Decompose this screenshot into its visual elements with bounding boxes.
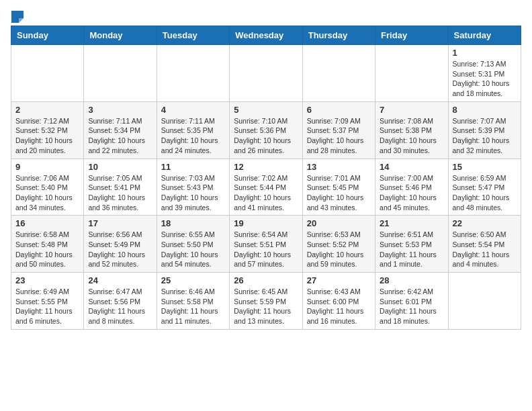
cell-content: Sunrise: 6:47 AM Sunset: 5:56 PM Dayligh… bbox=[88, 287, 152, 326]
calendar-cell bbox=[84, 45, 157, 102]
day-number: 5 bbox=[234, 105, 298, 115]
day-number: 16 bbox=[15, 218, 79, 228]
calendar-cell: 25Sunrise: 6:46 AM Sunset: 5:58 PM Dayli… bbox=[157, 273, 229, 330]
calendar-cell: 5Sunrise: 7:10 AM Sunset: 5:36 PM Daylig… bbox=[230, 101, 302, 158]
calendar-cell: 26Sunrise: 6:45 AM Sunset: 5:59 PM Dayli… bbox=[230, 273, 302, 330]
day-number: 14 bbox=[380, 162, 443, 172]
cell-content: Sunrise: 6:46 AM Sunset: 5:58 PM Dayligh… bbox=[161, 287, 225, 326]
day-number: 22 bbox=[453, 218, 517, 228]
cell-content: Sunrise: 7:07 AM Sunset: 5:39 PM Dayligh… bbox=[453, 116, 517, 156]
day-number: 19 bbox=[234, 218, 298, 228]
calendar-cell: 27Sunrise: 6:43 AM Sunset: 6:00 PM Dayli… bbox=[302, 273, 375, 330]
day-number: 13 bbox=[307, 162, 371, 172]
cell-content: Sunrise: 6:54 AM Sunset: 5:51 PM Dayligh… bbox=[234, 230, 298, 269]
calendar-cell: 3Sunrise: 7:11 AM Sunset: 5:34 PM Daylig… bbox=[84, 101, 157, 158]
calendar-cell: 4Sunrise: 7:11 AM Sunset: 5:35 PM Daylig… bbox=[157, 101, 229, 158]
column-header-thursday: Thursday bbox=[302, 26, 375, 45]
cell-content: Sunrise: 6:58 AM Sunset: 5:48 PM Dayligh… bbox=[15, 230, 79, 269]
cell-content: Sunrise: 7:01 AM Sunset: 5:45 PM Dayligh… bbox=[307, 173, 371, 213]
column-header-sunday: Sunday bbox=[11, 26, 84, 45]
calendar-cell: 14Sunrise: 7:00 AM Sunset: 5:46 PM Dayli… bbox=[375, 158, 448, 216]
calendar-cell: 24Sunrise: 6:47 AM Sunset: 5:56 PM Dayli… bbox=[84, 273, 157, 330]
calendar-cell: 22Sunrise: 6:50 AM Sunset: 5:54 PM Dayli… bbox=[448, 216, 521, 273]
cell-content: Sunrise: 6:49 AM Sunset: 5:55 PM Dayligh… bbox=[15, 287, 79, 326]
calendar-cell: 21Sunrise: 6:51 AM Sunset: 5:53 PM Dayli… bbox=[375, 216, 448, 273]
cell-content: Sunrise: 6:51 AM Sunset: 5:53 PM Dayligh… bbox=[380, 230, 443, 269]
day-number: 11 bbox=[161, 162, 225, 172]
calendar-cell: 23Sunrise: 6:49 AM Sunset: 5:55 PM Dayli… bbox=[11, 273, 84, 330]
column-header-tuesday: Tuesday bbox=[157, 26, 229, 45]
day-number: 8 bbox=[453, 105, 517, 115]
calendar-cell: 11Sunrise: 7:03 AM Sunset: 5:43 PM Dayli… bbox=[157, 158, 229, 216]
day-number: 1 bbox=[453, 48, 517, 58]
calendar-cell: 1Sunrise: 7:13 AM Sunset: 5:31 PM Daylig… bbox=[448, 45, 521, 102]
cell-content: Sunrise: 6:43 AM Sunset: 6:00 PM Dayligh… bbox=[307, 287, 371, 326]
cell-content: Sunrise: 6:59 AM Sunset: 5:47 PM Dayligh… bbox=[453, 173, 517, 213]
calendar-cell bbox=[375, 45, 448, 102]
calendar-cell: 13Sunrise: 7:01 AM Sunset: 5:45 PM Dayli… bbox=[302, 158, 375, 216]
calendar-header-row: SundayMondayTuesdayWednesdayThursdayFrid… bbox=[11, 26, 521, 45]
day-number: 6 bbox=[307, 105, 371, 115]
cell-content: Sunrise: 7:12 AM Sunset: 5:32 PM Dayligh… bbox=[15, 116, 79, 156]
cell-content: Sunrise: 7:10 AM Sunset: 5:36 PM Dayligh… bbox=[234, 116, 298, 156]
calendar-cell: 10Sunrise: 7:05 AM Sunset: 5:41 PM Dayli… bbox=[84, 158, 157, 216]
calendar-cell: 8Sunrise: 7:07 AM Sunset: 5:39 PM Daylig… bbox=[448, 101, 521, 158]
cell-content: Sunrise: 6:56 AM Sunset: 5:49 PM Dayligh… bbox=[88, 230, 152, 269]
calendar-week-row: 23Sunrise: 6:49 AM Sunset: 5:55 PM Dayli… bbox=[11, 273, 521, 330]
cell-content: Sunrise: 7:09 AM Sunset: 5:37 PM Dayligh… bbox=[307, 116, 371, 156]
day-number: 9 bbox=[15, 162, 79, 172]
calendar-cell: 20Sunrise: 6:53 AM Sunset: 5:52 PM Dayli… bbox=[302, 216, 375, 273]
day-number: 28 bbox=[380, 275, 443, 285]
calendar-cell: 6Sunrise: 7:09 AM Sunset: 5:37 PM Daylig… bbox=[302, 101, 375, 158]
calendar-cell: 28Sunrise: 6:42 AM Sunset: 6:01 PM Dayli… bbox=[375, 273, 448, 330]
day-number: 24 bbox=[88, 275, 152, 285]
column-header-saturday: Saturday bbox=[448, 26, 521, 45]
column-header-friday: Friday bbox=[375, 26, 448, 45]
day-number: 3 bbox=[88, 105, 152, 115]
column-header-monday: Monday bbox=[84, 26, 157, 45]
calendar-cell: 7Sunrise: 7:08 AM Sunset: 5:38 PM Daylig… bbox=[375, 101, 448, 158]
day-number: 21 bbox=[380, 218, 443, 228]
calendar-cell: 9Sunrise: 7:06 AM Sunset: 5:40 PM Daylig… bbox=[11, 158, 84, 216]
day-number: 18 bbox=[161, 218, 225, 228]
cell-content: Sunrise: 7:13 AM Sunset: 5:31 PM Dayligh… bbox=[453, 59, 517, 99]
calendar-week-row: 1Sunrise: 7:13 AM Sunset: 5:31 PM Daylig… bbox=[11, 45, 521, 102]
calendar-cell: 18Sunrise: 6:55 AM Sunset: 5:50 PM Dayli… bbox=[157, 216, 229, 273]
day-number: 15 bbox=[453, 162, 517, 172]
calendar-cell bbox=[230, 45, 302, 102]
cell-content: Sunrise: 7:03 AM Sunset: 5:43 PM Dayligh… bbox=[161, 173, 225, 213]
column-header-wednesday: Wednesday bbox=[230, 26, 302, 45]
cell-content: Sunrise: 7:05 AM Sunset: 5:41 PM Dayligh… bbox=[88, 173, 152, 213]
day-number: 4 bbox=[161, 105, 225, 115]
calendar-cell: 2Sunrise: 7:12 AM Sunset: 5:32 PM Daylig… bbox=[11, 101, 84, 158]
calendar-cell: 17Sunrise: 6:56 AM Sunset: 5:49 PM Dayli… bbox=[84, 216, 157, 273]
calendar-cell: 15Sunrise: 6:59 AM Sunset: 5:47 PM Dayli… bbox=[448, 158, 521, 216]
calendar-cell bbox=[302, 45, 375, 102]
svg-marker-1 bbox=[19, 18, 24, 23]
calendar-cell bbox=[11, 45, 84, 102]
cell-content: Sunrise: 7:11 AM Sunset: 5:34 PM Dayligh… bbox=[88, 116, 152, 156]
svg-marker-0 bbox=[11, 11, 24, 23]
calendar-cell: 12Sunrise: 7:02 AM Sunset: 5:44 PM Dayli… bbox=[230, 158, 302, 216]
cell-content: Sunrise: 7:06 AM Sunset: 5:40 PM Dayligh… bbox=[15, 173, 79, 213]
cell-content: Sunrise: 7:08 AM Sunset: 5:38 PM Dayligh… bbox=[380, 116, 443, 156]
logo bbox=[11, 11, 24, 20]
page-header bbox=[11, 11, 521, 20]
calendar-week-row: 2Sunrise: 7:12 AM Sunset: 5:32 PM Daylig… bbox=[11, 101, 521, 158]
calendar-week-row: 9Sunrise: 7:06 AM Sunset: 5:40 PM Daylig… bbox=[11, 158, 521, 216]
day-number: 20 bbox=[307, 218, 371, 228]
calendar-cell: 19Sunrise: 6:54 AM Sunset: 5:51 PM Dayli… bbox=[230, 216, 302, 273]
day-number: 23 bbox=[15, 275, 79, 285]
day-number: 12 bbox=[234, 162, 298, 172]
day-number: 17 bbox=[88, 218, 152, 228]
calendar-week-row: 16Sunrise: 6:58 AM Sunset: 5:48 PM Dayli… bbox=[11, 216, 521, 273]
day-number: 27 bbox=[307, 275, 371, 285]
cell-content: Sunrise: 7:11 AM Sunset: 5:35 PM Dayligh… bbox=[161, 116, 225, 156]
day-number: 7 bbox=[380, 105, 443, 115]
calendar-cell bbox=[157, 45, 229, 102]
day-number: 25 bbox=[161, 275, 225, 285]
day-number: 10 bbox=[88, 162, 152, 172]
day-number: 26 bbox=[234, 275, 298, 285]
day-number: 2 bbox=[15, 105, 79, 115]
cell-content: Sunrise: 6:50 AM Sunset: 5:54 PM Dayligh… bbox=[453, 230, 517, 269]
